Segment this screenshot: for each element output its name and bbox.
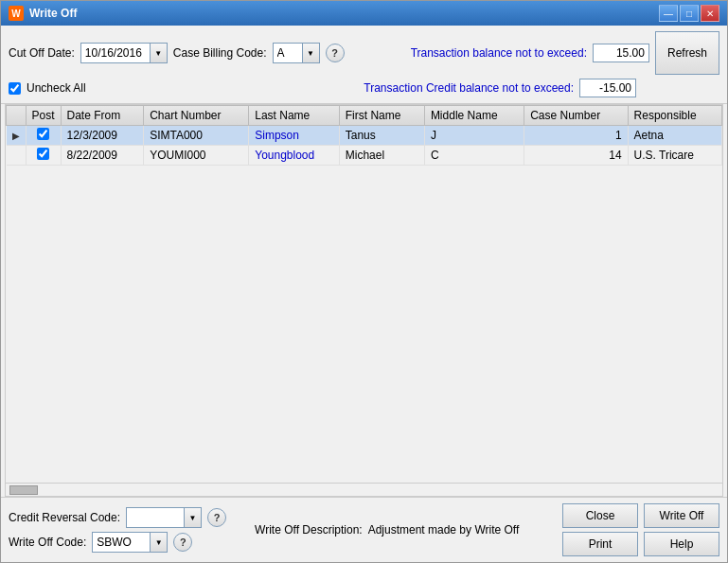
credit-reversal-code-label: Credit Reversal Code: <box>9 511 120 524</box>
col-post: Post <box>26 106 61 126</box>
case-billing-code-label: Case Billing Code: <box>173 46 267 60</box>
col-responsible: Responsible <box>628 106 721 126</box>
transaction-balance-input[interactable] <box>593 44 649 62</box>
window-title: Write Off <box>29 7 77 20</box>
app-icon: W <box>9 6 24 21</box>
credit-reversal-info-button[interactable]: ? <box>207 508 226 527</box>
print-button[interactable]: Print <box>562 532 638 556</box>
col-first-name: First Name <box>339 106 424 126</box>
bottom-right-section: Close Write Off Print Help <box>562 503 719 556</box>
row-case-number: 1 <box>524 126 628 146</box>
cut-off-date-arrow[interactable]: ▼ <box>150 44 167 62</box>
write-off-code-label: Write Off Code: <box>9 536 86 549</box>
row-chart-number: YOUMI000 <box>144 146 249 166</box>
write-off-code-info-button[interactable]: ? <box>173 533 192 552</box>
col-middle-name: Middle Name <box>424 106 524 126</box>
row-date-from: 12/3/2009 <box>61 126 144 146</box>
title-buttons: — □ ✕ <box>659 5 719 22</box>
transaction-balance-label: Transaction balance not to exceed: <box>411 46 587 60</box>
table-header-row: Post Date From Chart Number Last Name Fi… <box>7 106 722 126</box>
col-last-name: Last Name <box>249 106 340 126</box>
case-billing-code-input[interactable] <box>274 44 302 62</box>
write-off-button[interactable]: Write Off <box>644 503 719 528</box>
row-case-number: 14 <box>524 146 628 166</box>
cut-off-date-label: Cut Off Date: <box>9 46 75 60</box>
row-post-checkbox[interactable] <box>26 126 61 146</box>
uncheck-all-label: Uncheck All <box>27 81 86 95</box>
bottom-left-section: Credit Reversal Code: ▼ ? Write Off Code… <box>9 507 226 553</box>
col-case-number: Case Number <box>524 106 628 126</box>
help-button[interactable]: Help <box>644 532 719 556</box>
credit-reversal-arrow[interactable]: ▼ <box>184 508 201 527</box>
table-row[interactable]: 8/22/2009 YOUMI000 Youngblood Michael C … <box>7 146 722 166</box>
row-post-checkbox[interactable] <box>26 146 61 166</box>
table-row[interactable]: ▶ 12/3/2009 SIMTA000 Simpson Tanus J 1 A… <box>7 126 722 146</box>
row-arrow: ▶ <box>7 126 27 146</box>
title-bar: W Write Off — □ ✕ <box>1 1 727 26</box>
table-scroll-area[interactable]: Post Date From Chart Number Last Name Fi… <box>6 105 722 483</box>
credit-reversal-code-dropdown[interactable]: ▼ <box>126 507 202 528</box>
col-date-from: Date From <box>61 106 144 126</box>
row-last-name: Simpson <box>249 126 340 146</box>
row-responsible: Aetna <box>628 126 721 146</box>
case-billing-code-dropdown[interactable]: ▼ <box>273 43 320 63</box>
row-first-name: Tanus <box>339 126 424 146</box>
close-button[interactable]: Close <box>562 503 638 528</box>
row-date-from: 8/22/2009 <box>61 146 144 166</box>
records-table: Post Date From Chart Number Last Name Fi… <box>6 105 722 166</box>
row-last-name: Youngblood <box>249 146 340 166</box>
row-arrow <box>7 146 27 166</box>
case-billing-info-button[interactable]: ? <box>326 44 345 62</box>
row-responsible: U.S. Tricare <box>628 146 721 166</box>
credit-reversal-code-input[interactable] <box>127 508 184 527</box>
close-window-button[interactable]: ✕ <box>701 5 719 22</box>
write-off-description-value: Adjustment made by Write Off <box>368 523 520 537</box>
transaction-credit-input[interactable] <box>579 79 636 97</box>
cut-off-date-dropdown[interactable]: ▼ <box>80 43 168 63</box>
write-off-description-label: Write Off Description: <box>255 523 363 537</box>
credit-reversal-row: Credit Reversal Code: ▼ ? <box>9 507 226 528</box>
write-off-code-input[interactable] <box>93 533 150 552</box>
transaction-credit-label: Transaction Credit balance not to exceed… <box>364 81 574 95</box>
uncheck-all-checkbox[interactable] <box>9 82 21 95</box>
minimize-button[interactable]: — <box>659 5 678 22</box>
row-middle-name: J <box>424 126 524 146</box>
refresh-button[interactable]: Refresh <box>655 31 719 75</box>
write-off-code-row: Write Off Code: ▼ ? <box>9 532 226 553</box>
row-middle-name: C <box>424 146 524 166</box>
col-arrow <box>7 106 27 126</box>
write-off-code-dropdown[interactable]: ▼ <box>92 532 168 553</box>
write-off-window: W Write Off — □ ✕ Cut Off Date: ▼ Case B… <box>0 0 728 563</box>
write-off-code-arrow[interactable]: ▼ <box>150 533 167 552</box>
maximize-button[interactable]: □ <box>680 5 699 22</box>
bottom-center-section: Write Off Description: Adjustment made b… <box>236 523 553 537</box>
row-chart-number: SIMTA000 <box>144 126 249 146</box>
case-billing-code-arrow[interactable]: ▼ <box>302 44 319 62</box>
cut-off-date-input[interactable] <box>81 44 150 62</box>
col-chart-number: Chart Number <box>144 106 249 126</box>
bottom-bar: Credit Reversal Code: ▼ ? Write Off Code… <box>1 497 727 562</box>
row-first-name: Michael <box>339 146 424 166</box>
horizontal-scrollbar[interactable] <box>6 483 722 496</box>
main-table-container: Post Date From Chart Number Last Name Fi… <box>5 104 723 497</box>
title-bar-left: W Write Off <box>9 6 77 21</box>
